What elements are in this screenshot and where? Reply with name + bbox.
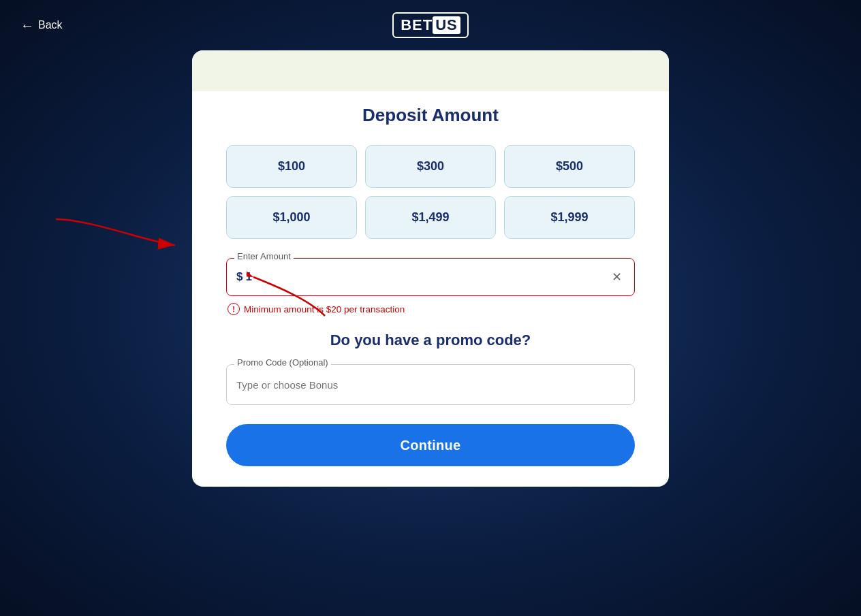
card-top-strip xyxy=(192,50,669,91)
clear-icon: ✕ xyxy=(612,270,622,285)
currency-symbol: $ xyxy=(236,270,242,284)
clear-amount-button[interactable]: ✕ xyxy=(608,269,625,285)
deposit-title: Deposit Amount xyxy=(226,105,635,126)
promo-title: Do you have a promo code? xyxy=(226,331,635,349)
continue-button[interactable]: Continue xyxy=(226,424,635,466)
promo-field-wrapper: Promo Code (Optional) xyxy=(226,364,635,405)
promo-label: Promo Code (Optional) xyxy=(234,357,331,368)
back-arrow-icon: ← xyxy=(20,18,34,33)
amount-button-100[interactable]: $100 xyxy=(226,145,357,188)
amount-button-1999[interactable]: $1,999 xyxy=(504,196,635,239)
logo-us-text: US xyxy=(433,16,460,34)
enter-amount-label: Enter Amount xyxy=(234,251,294,261)
promo-input[interactable] xyxy=(236,379,625,391)
annotation-arrow-1 xyxy=(49,212,185,256)
amount-button-1000[interactable]: $1,000 xyxy=(226,196,357,239)
back-label: Back xyxy=(38,19,63,31)
header: ← Back BET US xyxy=(0,0,861,50)
amount-grid: $100 $300 $500 $1,000 $1,499 $1,999 xyxy=(226,145,635,239)
amount-button-300[interactable]: $300 xyxy=(365,145,496,188)
logo-bet-text: BET xyxy=(401,16,433,34)
logo: BET US xyxy=(392,12,469,38)
back-button[interactable]: ← Back xyxy=(20,18,63,33)
annotation-arrow-2 xyxy=(247,272,335,322)
promo-input-container xyxy=(226,364,635,405)
amount-button-500[interactable]: $500 xyxy=(504,145,635,188)
error-icon: ! xyxy=(228,303,240,315)
deposit-card: Deposit Amount $100 $300 $500 $1,000 $1,… xyxy=(192,50,669,487)
logo-box: BET US xyxy=(392,12,469,38)
amount-button-1499[interactable]: $1,499 xyxy=(365,196,496,239)
